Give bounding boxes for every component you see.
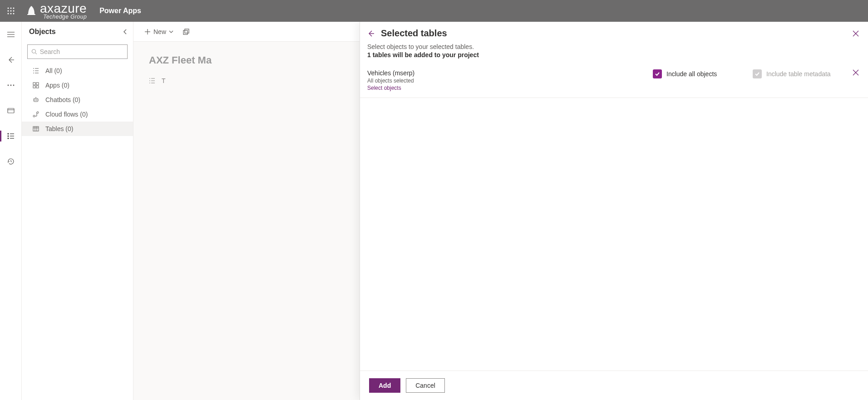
include-meta-label: Include table metadata bbox=[766, 70, 831, 78]
product-name: Power Apps bbox=[99, 7, 141, 15]
table-icon bbox=[33, 126, 40, 132]
svg-rect-9 bbox=[27, 14, 35, 15]
svg-point-23 bbox=[8, 138, 9, 139]
svg-point-0 bbox=[8, 8, 9, 9]
objects-title: Objects bbox=[29, 28, 56, 36]
svg-line-28 bbox=[35, 53, 37, 54]
svg-rect-38 bbox=[36, 86, 39, 88]
svg-point-2 bbox=[13, 8, 15, 9]
panel-back-icon[interactable] bbox=[367, 30, 375, 37]
include-all-label: Include all objects bbox=[666, 70, 717, 78]
plus-icon bbox=[144, 29, 151, 35]
new-label: New bbox=[153, 28, 166, 35]
chevron-down-icon bbox=[169, 30, 173, 33]
svg-point-16 bbox=[13, 85, 14, 86]
left-rail bbox=[0, 22, 22, 400]
objects-item-label: Apps (0) bbox=[45, 82, 69, 89]
objects-item-all[interactable]: All (0) bbox=[22, 63, 133, 78]
cancel-button[interactable]: Cancel bbox=[406, 378, 445, 393]
new-button[interactable]: New bbox=[144, 28, 173, 35]
objects-panel: Objects All (0) Apps (0) Chatbots (0 bbox=[22, 22, 133, 400]
svg-rect-39 bbox=[34, 98, 38, 102]
svg-rect-51 bbox=[183, 30, 187, 34]
svg-rect-35 bbox=[33, 83, 35, 85]
chatbot-icon bbox=[33, 97, 40, 103]
hamburger-icon[interactable] bbox=[0, 27, 22, 42]
remove-table-icon[interactable] bbox=[853, 69, 859, 76]
apps-icon bbox=[33, 82, 40, 88]
waffle-icon[interactable] bbox=[0, 0, 22, 22]
svg-point-15 bbox=[10, 85, 11, 86]
svg-rect-52 bbox=[185, 29, 189, 33]
svg-point-7 bbox=[10, 13, 12, 15]
brand-tagline: Techedge Group bbox=[40, 14, 87, 20]
brand-sail-icon bbox=[25, 5, 37, 17]
add-existing-icon[interactable] bbox=[182, 28, 190, 35]
back-arrow-icon[interactable] bbox=[0, 53, 22, 67]
svg-rect-17 bbox=[8, 108, 14, 113]
include-metadata-checkbox: Include table metadata bbox=[753, 69, 843, 78]
objects-item-label: Chatbots (0) bbox=[45, 96, 80, 103]
list-view-icon[interactable] bbox=[149, 78, 155, 84]
top-header: axazure Techedge Group Power Apps bbox=[0, 0, 868, 22]
svg-point-3 bbox=[8, 10, 9, 12]
objects-item-tables[interactable]: Tables (0) bbox=[22, 122, 133, 136]
svg-point-42 bbox=[36, 100, 37, 101]
include-all-objects-checkbox[interactable]: Include all objects bbox=[653, 69, 744, 78]
select-objects-link[interactable]: Select objects bbox=[367, 85, 644, 91]
history-icon[interactable] bbox=[0, 154, 22, 169]
mini-label: T bbox=[162, 77, 166, 84]
svg-point-21 bbox=[8, 136, 9, 137]
svg-point-1 bbox=[10, 8, 12, 9]
all-icon bbox=[33, 68, 40, 74]
search-field[interactable] bbox=[40, 48, 123, 55]
card-icon[interactable] bbox=[0, 103, 22, 118]
svg-point-14 bbox=[7, 85, 9, 86]
table-hint: All objects selected bbox=[367, 78, 644, 84]
objects-item-cloudflows[interactable]: Cloud flows (0) bbox=[22, 107, 133, 122]
svg-rect-36 bbox=[36, 83, 39, 85]
svg-point-19 bbox=[8, 133, 9, 134]
objects-item-label: Tables (0) bbox=[45, 125, 73, 132]
panel-subtitle: Select objects to your selected tables. bbox=[367, 43, 859, 50]
add-button[interactable]: Add bbox=[369, 378, 400, 393]
svg-rect-37 bbox=[33, 86, 35, 88]
checkbox-checked-icon bbox=[653, 69, 662, 78]
svg-point-8 bbox=[13, 13, 15, 15]
brand-name: axazure bbox=[40, 2, 87, 15]
panel-note: 1 tables will be added to your project bbox=[367, 51, 859, 59]
svg-point-27 bbox=[32, 49, 35, 53]
svg-point-6 bbox=[8, 13, 9, 15]
flow-icon bbox=[33, 111, 40, 117]
svg-point-4 bbox=[10, 10, 12, 12]
objects-item-label: All (0) bbox=[45, 67, 62, 74]
brand-logo: axazure Techedge Group bbox=[25, 2, 87, 20]
svg-rect-45 bbox=[33, 127, 39, 131]
objects-item-label: Cloud flows (0) bbox=[45, 111, 88, 118]
svg-point-5 bbox=[13, 10, 15, 12]
objects-item-chatbots[interactable]: Chatbots (0) bbox=[22, 93, 133, 107]
more-icon[interactable] bbox=[0, 78, 22, 93]
selected-table-row: Vehicles (mserp) All objects selected Se… bbox=[360, 61, 868, 98]
svg-point-41 bbox=[35, 100, 35, 101]
svg-point-44 bbox=[37, 112, 39, 113]
table-name: Vehicles (mserp) bbox=[367, 69, 644, 77]
main-area: New AXZ Fleet Ma T Selected tables bbox=[133, 22, 868, 400]
svg-point-43 bbox=[33, 115, 35, 117]
checkbox-disabled-icon bbox=[753, 69, 762, 78]
selected-tables-panel: Selected tables Select objects to your s… bbox=[360, 22, 868, 400]
search-icon bbox=[31, 49, 37, 55]
panel-close-icon[interactable] bbox=[853, 30, 859, 37]
collapse-panel-icon[interactable] bbox=[123, 29, 128, 35]
panel-title: Selected tables bbox=[381, 28, 447, 39]
list-icon[interactable] bbox=[0, 129, 22, 143]
objects-item-apps[interactable]: Apps (0) bbox=[22, 78, 133, 93]
svg-line-26 bbox=[11, 161, 12, 162]
search-input[interactable] bbox=[27, 44, 128, 59]
